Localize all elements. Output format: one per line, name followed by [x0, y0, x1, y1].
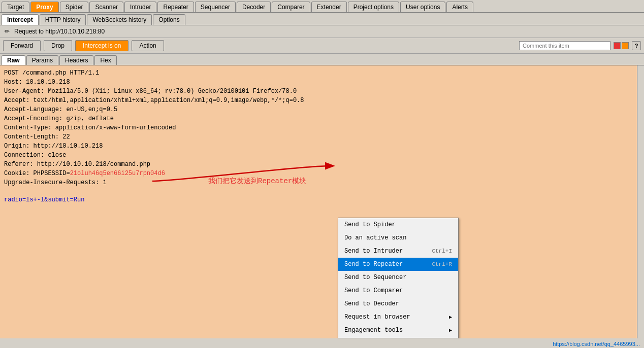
cookie-value: 21oluh46q5en66i25u7rpn04d6	[70, 170, 165, 177]
status-bar: https://blog.csdn.net/qq_4465993...	[549, 340, 644, 348]
tab-extender[interactable]: Extender	[311, 2, 347, 12]
menu-send-to-intruder[interactable]: Send to Intruder Ctrl+I	[338, 245, 458, 258]
menu-send-to-sequencer[interactable]: Send to Sequencer	[338, 271, 458, 284]
toolbar: Forward Drop Intercept is on Action ?	[0, 38, 644, 54]
vertical-scrollbar[interactable]	[637, 65, 644, 338]
menu-separator-1	[338, 338, 458, 338]
request-info-bar: ✏ Request to http://10.10.10.218:80	[0, 25, 644, 38]
tab-project-options[interactable]: Project options	[348, 2, 399, 12]
context-menu: Send to Spider Do an active scan Send to…	[338, 218, 459, 338]
help-button[interactable]: ?	[632, 41, 641, 50]
tab-user-options[interactable]: User options	[400, 2, 445, 12]
annotation-text: 我们把它发送到Repeater模块	[208, 176, 306, 187]
http-body: radio=ls+-l&submit=Run	[4, 195, 640, 204]
menu-do-active-scan[interactable]: Do an active scan	[338, 231, 458, 245]
content-tab-headers[interactable]: Headers	[59, 55, 93, 65]
color-orange[interactable]	[622, 42, 629, 49]
tab-intruder[interactable]: Intruder	[124, 2, 156, 12]
forward-button[interactable]: Forward	[3, 40, 41, 51]
content-tab-raw[interactable]: Raw	[2, 55, 25, 65]
tab-alerts[interactable]: Alerts	[446, 2, 473, 12]
main-content: POST /command.php HTTP/1.1 Host: 10.10.1…	[0, 65, 644, 338]
color-squares	[614, 42, 629, 49]
tab-comparer[interactable]: Comparer	[272, 2, 310, 12]
tab-sequencer[interactable]: Sequencer	[195, 2, 236, 12]
request-url: Request to http://10.10.10.218:80	[14, 28, 105, 35]
arrow-engagement-tools: ▶	[449, 327, 452, 334]
menu-request-in-browser[interactable]: Request in browser ▶	[338, 310, 458, 324]
action-button[interactable]: Action	[132, 40, 164, 51]
sub-tab-bar: Intercept HTTP history WebSockets histor…	[0, 13, 644, 25]
menu-send-to-spider[interactable]: Send to Spider	[338, 218, 458, 231]
menu-engagement-tools[interactable]: Engagement tools ▶	[338, 324, 458, 337]
subtab-http-history[interactable]: HTTP history	[40, 14, 86, 25]
shortcut-repeater: Ctrl+R	[432, 260, 452, 269]
subtab-options[interactable]: Options	[153, 14, 185, 25]
content-tab-hex[interactable]: Hex	[94, 55, 116, 65]
shortcut-intruder: Ctrl+I	[432, 247, 452, 256]
http-headers: POST /command.php HTTP/1.1 Host: 10.10.1…	[4, 68, 640, 187]
tab-scanner[interactable]: Scanner	[89, 2, 123, 12]
tab-decoder[interactable]: Decoder	[237, 2, 271, 12]
tab-target[interactable]: Target	[2, 2, 29, 12]
subtab-websockets-history[interactable]: WebSockets history	[87, 14, 152, 25]
tab-repeater[interactable]: Repeater	[157, 2, 194, 12]
tab-spider[interactable]: Spider	[60, 2, 89, 12]
top-tab-bar: Target Proxy Spider Scanner Intruder Rep…	[0, 0, 644, 13]
menu-send-to-comparer[interactable]: Send to Comparer	[338, 284, 458, 297]
content-tab-bar: Raw Params Headers Hex	[0, 54, 644, 65]
content-tab-params[interactable]: Params	[26, 55, 58, 65]
edit-icon: ✏	[3, 27, 11, 36]
arrow-request-in-browser: ▶	[449, 314, 452, 321]
menu-send-to-decoder[interactable]: Send to Decoder	[338, 297, 458, 310]
subtab-intercept[interactable]: Intercept	[2, 14, 39, 25]
tab-proxy[interactable]: Proxy	[30, 2, 58, 12]
comment-input[interactable]	[519, 41, 610, 50]
color-red[interactable]	[614, 42, 621, 49]
menu-send-to-repeater[interactable]: Send to Repeater Ctrl+R	[338, 258, 458, 271]
intercept-button[interactable]: Intercept is on	[75, 40, 128, 51]
drop-button[interactable]: Drop	[44, 40, 72, 51]
